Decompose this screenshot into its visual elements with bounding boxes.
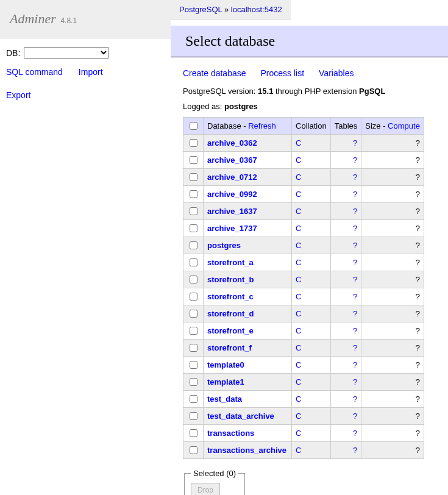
database-link[interactable]: archive_0362 <box>207 138 257 148</box>
tables-link[interactable]: ? <box>353 138 357 148</box>
database-link[interactable]: archive_1637 <box>207 207 257 216</box>
database-link[interactable]: archive_0712 <box>207 173 257 182</box>
row-checkbox[interactable] <box>190 293 197 301</box>
collation-link[interactable]: C <box>296 275 301 284</box>
tables-link[interactable]: ? <box>353 309 357 318</box>
tables-link[interactable]: ? <box>353 360 357 369</box>
breadcrumb-driver[interactable]: PostgreSQL <box>179 5 222 14</box>
export-link[interactable]: Export <box>6 90 30 100</box>
tables-link[interactable]: ? <box>353 394 357 404</box>
row-db-name: archive_0712 <box>204 169 292 186</box>
tables-link[interactable]: ? <box>353 411 357 421</box>
database-link[interactable]: archive_0992 <box>207 190 257 199</box>
collation-link[interactable]: C <box>296 377 301 386</box>
database-link[interactable]: transactions_archive <box>207 446 286 455</box>
collation-link[interactable]: C <box>296 446 301 455</box>
row-checkbox[interactable] <box>190 276 197 283</box>
refresh-link[interactable]: Refresh <box>248 121 276 130</box>
collation-link[interactable]: C <box>296 155 301 165</box>
tables-link[interactable]: ? <box>353 292 357 301</box>
database-link[interactable]: template1 <box>207 377 244 386</box>
database-link[interactable]: storefront_d <box>207 309 254 318</box>
row-checkbox[interactable] <box>190 378 197 386</box>
drop-button[interactable]: Drop <box>191 483 220 495</box>
database-link[interactable]: test_data_archive <box>207 411 274 421</box>
check-all[interactable] <box>190 122 197 130</box>
row-checkbox[interactable] <box>190 395 197 403</box>
collation-link[interactable]: C <box>296 258 301 267</box>
collation-link[interactable]: C <box>296 241 301 250</box>
tables-link[interactable]: ? <box>353 343 357 352</box>
row-checkbox[interactable] <box>190 327 197 335</box>
row-checkbox[interactable] <box>190 361 197 369</box>
collation-link[interactable]: C <box>296 326 301 335</box>
page-title: Select database <box>185 33 433 49</box>
collation-link[interactable]: C <box>296 429 301 438</box>
compute-link[interactable]: Compute <box>388 121 420 130</box>
database-link[interactable]: storefront_c <box>207 292 254 301</box>
tables-link[interactable]: ? <box>353 429 357 438</box>
row-checkbox[interactable] <box>190 139 197 147</box>
version-line: PostgreSQL version: 15.1 through PHP ext… <box>183 87 436 96</box>
row-checkbox[interactable] <box>190 173 197 181</box>
tables-link[interactable]: ? <box>353 224 357 233</box>
row-checkbox[interactable] <box>190 207 197 215</box>
row-size: ? <box>361 305 424 322</box>
row-checkbox[interactable] <box>190 224 197 232</box>
process-list-link[interactable]: Process list <box>261 68 305 78</box>
database-link[interactable]: archive_1737 <box>207 224 257 233</box>
row-checkbox[interactable] <box>190 310 197 318</box>
database-link[interactable]: template0 <box>207 360 244 369</box>
collation-link[interactable]: C <box>296 207 301 216</box>
collation-link[interactable]: C <box>296 190 301 199</box>
tables-link[interactable]: ? <box>353 326 357 335</box>
tables-link[interactable]: ? <box>353 275 357 284</box>
row-checkbox[interactable] <box>190 156 197 164</box>
row-checkbox[interactable] <box>190 429 197 437</box>
collation-link[interactable]: C <box>296 343 301 352</box>
collation-link[interactable]: C <box>296 309 301 318</box>
collation-link[interactable]: C <box>296 292 301 301</box>
tables-link[interactable]: ? <box>353 258 357 267</box>
row-checkbox-cell <box>183 357 204 374</box>
tables-link[interactable]: ? <box>353 190 357 199</box>
row-checkbox[interactable] <box>190 446 197 454</box>
variables-link[interactable]: Variables <box>319 68 354 78</box>
row-size: ? <box>361 135 424 152</box>
breadcrumb-server[interactable]: localhost:5432 <box>231 5 282 14</box>
database-link[interactable]: archive_0367 <box>207 155 257 165</box>
row-checkbox[interactable] <box>190 241 197 249</box>
collation-link[interactable]: C <box>296 224 301 233</box>
database-link[interactable]: test_data <box>207 394 242 404</box>
db-select[interactable] <box>24 47 109 59</box>
row-checkbox[interactable] <box>190 258 197 266</box>
import-link[interactable]: Import <box>79 67 103 77</box>
table-row: test_dataC?? <box>183 391 424 408</box>
tables-link[interactable]: ? <box>353 207 357 216</box>
row-checkbox[interactable] <box>190 344 197 352</box>
check-all-header[interactable] <box>183 118 204 135</box>
database-link[interactable]: postgres <box>207 241 241 250</box>
database-link[interactable]: transactions <box>207 429 254 438</box>
database-link[interactable]: storefront_e <box>207 326 254 335</box>
collation-link[interactable]: C <box>296 360 301 369</box>
database-link[interactable]: storefront_a <box>207 258 254 267</box>
collation-link[interactable]: C <box>296 173 301 182</box>
database-link[interactable]: storefront_f <box>207 343 252 352</box>
tables-link[interactable]: ? <box>353 377 357 386</box>
tables-link[interactable]: ? <box>353 446 357 455</box>
collation-link[interactable]: C <box>296 394 301 404</box>
row-tables: ? <box>330 152 361 169</box>
collation-link[interactable]: C <box>296 411 301 421</box>
collation-link[interactable]: C <box>296 138 301 148</box>
tables-link[interactable]: ? <box>353 173 357 182</box>
tables-link[interactable]: ? <box>353 241 357 250</box>
database-link[interactable]: storefront_b <box>207 275 254 284</box>
row-checkbox[interactable] <box>190 412 197 420</box>
table-row: postgresC?? <box>183 237 424 254</box>
row-checkbox[interactable] <box>190 190 197 198</box>
tables-link[interactable]: ? <box>353 155 357 165</box>
sql-command-link[interactable]: SQL command <box>6 67 63 77</box>
create-database-link[interactable]: Create database <box>183 68 246 78</box>
row-size: ? <box>361 322 424 340</box>
